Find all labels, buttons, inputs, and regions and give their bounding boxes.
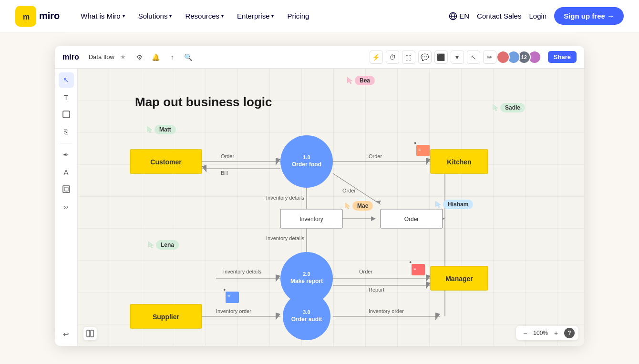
svg-text:Inventory details: Inventory details	[266, 235, 305, 241]
svg-text:Inventory order: Inventory order	[369, 308, 404, 314]
svg-text:Inventory: Inventory	[299, 216, 323, 222]
svg-text:Supplier: Supplier	[153, 313, 180, 321]
chevron-down-icon: ▾	[169, 13, 172, 19]
zoom-controls: − 100% + ?	[516, 326, 578, 340]
svg-text:≡: ≡	[418, 147, 421, 152]
undo-tool[interactable]: ↩	[59, 327, 74, 342]
logo-text: miro	[39, 10, 60, 21]
svg-marker-82	[435, 201, 441, 208]
svg-marker-81	[345, 202, 350, 209]
svg-rect-84	[87, 330, 90, 337]
svg-text:Make report: Make report	[290, 278, 323, 284]
miro-board: miro Data flow ★ ⚙ 🔔 ↑ 🔍 ⚡ ⏱ ⬚ 💬 ⬛ ▾ ↖ ✏	[55, 46, 584, 346]
svg-text:Order: Order	[404, 216, 419, 222]
nav-link-solutions[interactable]: Solutions ▾	[133, 8, 178, 24]
more-tools-icon[interactable]: ▾	[451, 51, 464, 64]
nav-logo[interactable]: m miro	[15, 6, 60, 27]
svg-text:≡: ≡	[413, 266, 416, 271]
svg-text:2.0: 2.0	[303, 271, 310, 277]
comment-icon[interactable]: 💬	[418, 51, 432, 64]
nav-link-pricing[interactable]: Pricing	[281, 8, 315, 24]
svg-marker-83	[148, 242, 154, 248]
sidebar-tools: ↖ T ⎘ ✒ A ›› ↩	[55, 69, 78, 346]
svg-marker-24	[371, 216, 376, 221]
svg-text:●: ●	[414, 141, 416, 145]
svg-text:m: m	[23, 13, 30, 21]
svg-text:3.0: 3.0	[303, 309, 310, 315]
frame-icon[interactable]: ⬚	[402, 51, 415, 64]
chevron-down-icon: ▾	[123, 13, 125, 19]
nav-link-what-is-miro[interactable]: What is Miro ▾	[75, 8, 130, 24]
main-area: miro Data flow ★ ⚙ 🔔 ↑ 🔍 ⚡ ⏱ ⬚ 💬 ⬛ ▾ ↖ ✏	[0, 32, 639, 364]
cursor-hisham: Hisham	[435, 200, 442, 208]
divider	[61, 143, 72, 143]
svg-marker-79	[147, 126, 152, 133]
nav-right: EN Contact Sales Login Sign up free →	[449, 7, 624, 25]
cursor-tool[interactable]: ↖	[59, 72, 74, 88]
zoom-level-display: 100%	[533, 330, 548, 336]
zoom-out-button[interactable]: −	[520, 328, 530, 338]
cursor-sadie: Sadie	[493, 103, 499, 111]
zoom-in-button[interactable]: +	[551, 328, 561, 338]
bell-icon[interactable]: 🔔	[150, 51, 162, 63]
svg-text:1.0: 1.0	[303, 154, 310, 160]
avatar-group: 12	[499, 51, 541, 64]
copy-tool[interactable]: ⎘	[59, 124, 74, 139]
svg-text:Report: Report	[369, 287, 384, 293]
cursor-mae: Mae	[345, 201, 351, 210]
signup-button[interactable]: Sign up free →	[554, 7, 624, 25]
diagram-title: Map out business logic	[135, 95, 272, 110]
board-toolbar: miro Data flow ★ ⚙ 🔔 ↑ 🔍 ⚡ ⏱ ⬚ 💬 ⬛ ▾ ↖ ✏	[55, 46, 584, 69]
svg-text:Order audit: Order audit	[291, 316, 322, 323]
svg-rect-85	[91, 330, 93, 337]
panel-toggle-button[interactable]	[83, 327, 97, 340]
share-button[interactable]: Share	[548, 51, 577, 63]
svg-text:●: ●	[409, 260, 412, 264]
lightning-icon[interactable]: ⚡	[370, 51, 383, 64]
svg-rect-5	[63, 111, 70, 118]
board-tools-left: ⚙ 🔔 ↑ 🔍	[134, 51, 195, 63]
svg-text:Inventory details: Inventory details	[223, 269, 262, 274]
star-icon[interactable]: ★	[120, 53, 126, 61]
logo-icon: m	[15, 6, 36, 27]
canvas-area[interactable]: Map out business logic Order Bill Order	[78, 69, 584, 346]
board-tools-right: ⚡ ⏱ ⬚ 💬 ⬛ ▾ ↖ ✏ 12 Share	[370, 51, 577, 64]
svg-rect-6	[63, 186, 70, 192]
chevron-down-icon: ▾	[271, 13, 274, 19]
text-alt-tool[interactable]: A	[59, 164, 74, 180]
cursor-bea: Bea	[347, 76, 354, 84]
layout-icon[interactable]: ⬛	[434, 51, 448, 64]
search-icon[interactable]: 🔍	[182, 51, 195, 63]
upload-icon[interactable]: ↑	[166, 51, 178, 63]
language-selector[interactable]: EN	[449, 12, 469, 20]
contact-sales-link[interactable]: Contact Sales	[477, 12, 521, 20]
help-button[interactable]: ?	[564, 328, 575, 338]
frame-tool[interactable]	[59, 182, 74, 197]
svg-rect-7	[64, 187, 68, 191]
svg-text:Bill: Bill	[221, 170, 228, 176]
settings-icon[interactable]: ⚙	[134, 51, 146, 63]
nav-links: What is Miro ▾ Solutions ▾ Resources ▾ E…	[75, 8, 449, 24]
board-content: ↖ T ⎘ ✒ A ›› ↩ Map out business logic	[55, 69, 584, 346]
cursor-lena: Lena	[148, 240, 155, 249]
svg-text:Inventory order: Inventory order	[216, 308, 251, 314]
svg-text:Order food: Order food	[292, 161, 321, 168]
board-logo: miro	[62, 53, 79, 61]
nav-link-resources[interactable]: Resources ▾	[179, 8, 229, 24]
svg-marker-80	[493, 104, 498, 111]
pen-tool-icon[interactable]: ✏	[483, 51, 496, 64]
svg-text:Customer: Customer	[150, 158, 182, 166]
sticky-tool[interactable]	[59, 107, 74, 122]
text-tool[interactable]: T	[59, 90, 74, 105]
timer-icon[interactable]: ⏱	[386, 51, 399, 64]
svg-line-20	[333, 173, 381, 204]
login-link[interactable]: Login	[529, 12, 546, 20]
nav-link-enterprise[interactable]: Enterprise ▾	[231, 8, 279, 24]
pen-tool[interactable]: ✒	[59, 147, 74, 162]
diagram-svg: Order Bill Order Inventory details	[116, 116, 545, 345]
svg-text:●: ●	[223, 287, 226, 292]
svg-text:Order: Order	[342, 188, 356, 193]
more-tools[interactable]: ››	[59, 199, 74, 214]
cursor-mode-icon[interactable]: ↖	[467, 51, 480, 64]
svg-text:Order: Order	[369, 153, 382, 159]
